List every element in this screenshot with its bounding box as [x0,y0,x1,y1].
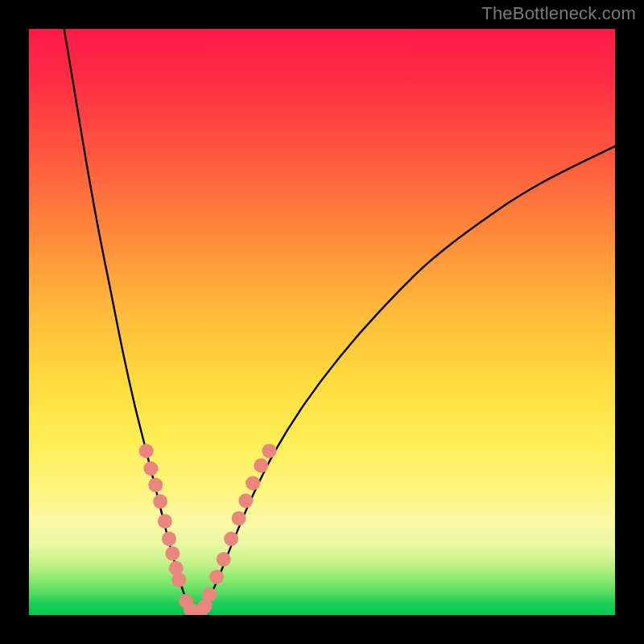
marker-dot [232,511,246,526]
marker-dot [148,477,163,492]
chart-svg [29,29,615,615]
marker-dot [217,552,231,567]
chart-frame: TheBottleneck.com [0,0,644,644]
marker-dot [143,461,158,476]
marker-dot [139,444,154,458]
marker-group [139,444,277,615]
marker-dot [153,494,167,509]
marker-dot [162,531,176,546]
marker-dot [202,588,217,602]
marker-dot [246,476,260,490]
marker-dot [238,493,253,508]
marker-dot [158,514,172,529]
marker-dot [171,572,186,587]
marker-dot [209,570,224,584]
marker-dot [254,458,268,473]
marker-dot [262,444,276,458]
watermark-text: TheBottleneck.com [481,3,636,24]
curve-right-branch [195,147,615,615]
marker-dot [165,547,180,561]
curve-left-branch [64,29,195,614]
chart-plot-area [29,29,615,615]
marker-dot [224,531,238,546]
